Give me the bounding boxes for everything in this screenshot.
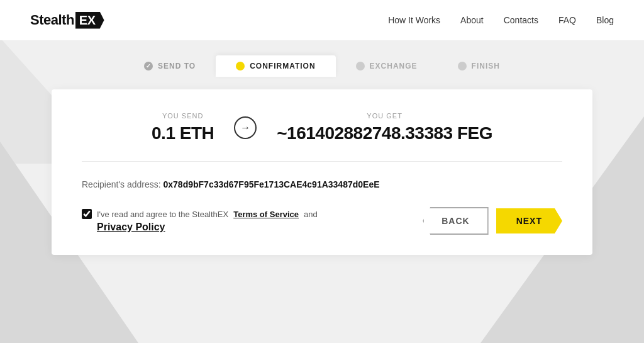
- confirmation-card: YOU SEND 0.1 ETH → YOU GET ~161402882748…: [52, 89, 592, 255]
- nav-blog[interactable]: Blog: [596, 15, 614, 25]
- terms-and: and: [304, 210, 318, 219]
- step-finish-label: FINISH: [472, 62, 500, 70]
- logo-text: Stealth: [30, 12, 74, 28]
- header: Stealth EX How It Works About Contacts F…: [0, 0, 644, 40]
- nav-faq[interactable]: FAQ: [558, 15, 576, 25]
- recipient-address: 0x78d9bF7c33d67F95Fe1713CAE4c91A33487d0E…: [164, 179, 380, 189]
- step-finish: FINISH: [438, 55, 520, 77]
- terms-checkbox[interactable]: [82, 209, 92, 219]
- logo: Stealth EX: [30, 12, 104, 29]
- step-send-to-label: SEND TO: [158, 62, 196, 70]
- logo-box: EX: [75, 12, 104, 29]
- terms-section: I've read and agree to the StealthEX Ter…: [82, 209, 318, 233]
- you-send-label: YOU SEND: [152, 112, 214, 120]
- you-get-side: YOU GET ~161402882748.33383 FEG: [277, 112, 492, 143]
- step-exchange-dot: [356, 62, 365, 70]
- nav-about[interactable]: About: [460, 15, 484, 25]
- step-confirmation: CONFIRMATION: [216, 55, 335, 77]
- recipient-label: Recipient's address:: [82, 179, 161, 189]
- you-send-amount: 0.1 ETH: [152, 123, 214, 143]
- main-content: ✓ SEND TO CONFIRMATION EXCHANGE FINISH Y…: [0, 40, 644, 270]
- main-nav: How It Works About Contacts FAQ Blog: [388, 15, 614, 25]
- terms-text-before: I've read and agree to the StealthEX: [97, 210, 228, 219]
- you-get-label: YOU GET: [277, 112, 492, 120]
- next-button[interactable]: NEXT: [496, 208, 562, 233]
- nav-contacts[interactable]: Contacts: [504, 15, 538, 25]
- step-send-to-dot: ✓: [144, 62, 153, 70]
- terms-of-service-link[interactable]: Terms of Service: [233, 210, 299, 219]
- recipient-row: Recipient's address: 0x78d9bF7c33d67F95F…: [82, 179, 562, 189]
- step-exchange-label: EXCHANGE: [370, 62, 418, 70]
- back-button[interactable]: BACK: [423, 207, 488, 235]
- step-finish-dot: [458, 62, 467, 70]
- privacy-policy-link[interactable]: Privacy Policy: [97, 222, 318, 233]
- exchange-row: YOU SEND 0.1 ETH → YOU GET ~161402882748…: [82, 112, 562, 162]
- buttons-row: BACK NEXT: [423, 207, 562, 235]
- steps-bar: ✓ SEND TO CONFIRMATION EXCHANGE FINISH: [30, 55, 614, 77]
- nav-how-it-works[interactable]: How It Works: [388, 15, 440, 25]
- step-exchange: EXCHANGE: [336, 55, 438, 77]
- terms-actions-row: I've read and agree to the StealthEX Ter…: [82, 207, 562, 235]
- step-confirmation-dot: [236, 62, 245, 70]
- you-send-side: YOU SEND 0.1 ETH: [152, 112, 214, 143]
- step-send-to: ✓ SEND TO: [124, 55, 216, 77]
- exchange-arrow: →: [234, 116, 257, 139]
- you-get-amount: ~161402882748.33383 FEG: [277, 123, 492, 143]
- terms-line: I've read and agree to the StealthEX Ter…: [82, 209, 318, 219]
- step-confirmation-label: CONFIRMATION: [250, 62, 315, 70]
